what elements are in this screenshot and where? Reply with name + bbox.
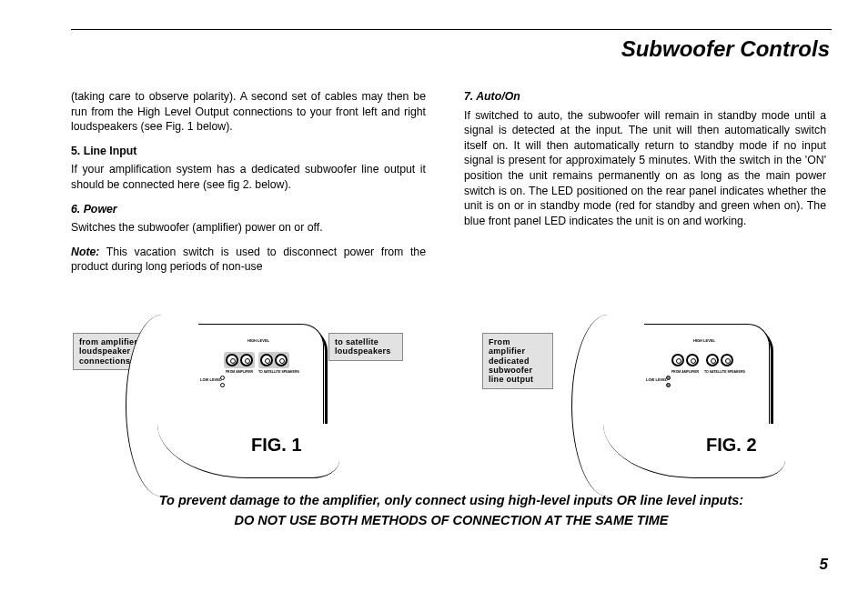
section-7-heading: 7. Auto/On (464, 89, 826, 105)
warning-block: To prevent damage to the amplifier, only… (71, 491, 832, 531)
warning-line-2: DO NOT USE BOTH METHODS OF CONNECTION AT… (71, 511, 832, 531)
section-6-body: Switches the subwoofer (amplifier) power… (71, 220, 426, 236)
fig1-from-amp-group: FROM AMPLIFIER (224, 352, 255, 368)
page-number: 5 (820, 556, 828, 574)
fig2-from-amp-group: FROM AMPLIFIER (670, 352, 701, 368)
fig2-from-amp-label: FROM AMPLIFIER (670, 370, 701, 374)
note-body: This vacation switch is used to disconne… (71, 246, 426, 274)
fig2-high-level-label: HIGH LEVEL (693, 338, 715, 343)
terminal-ring-icon (260, 354, 273, 366)
fig1-callout-right: to satellite loudspeakers (328, 333, 403, 361)
page-title: Subwoofer Controls (621, 36, 830, 62)
rca-jack-icon (666, 376, 671, 380)
fig1-curve (126, 315, 198, 497)
fig2-high-level-connectors: FROM AMPLIFIER TO SATELLITE SPEAKERS (670, 352, 735, 368)
figures-row: from amplifier loudspeaker connections t… (71, 324, 832, 469)
warning-line-1: To prevent damage to the amplifier, only… (71, 491, 832, 511)
rca-jack-icon (220, 376, 225, 380)
fig1-to-satellite-group: TO SATELLITE SPEAKERS (258, 352, 289, 368)
left-column: (taking care to observe polarity). A sec… (71, 89, 426, 284)
fig1-from-amp-label: FROM AMPLIFIER (224, 370, 255, 374)
fig2-to-satellite-group: TO SATELLITE SPEAKERS (704, 352, 735, 368)
figure-1: from amplifier loudspeaker connections t… (71, 324, 435, 460)
fig2-curve (571, 315, 644, 497)
section-5-body: If your amplification system has a dedic… (71, 162, 426, 192)
note-paragraph: Note: This vacation switch is used to di… (71, 245, 426, 275)
terminal-ring-icon (721, 354, 733, 366)
right-column: 7. Auto/On If switched to auto, the subw… (464, 89, 826, 237)
figure-2: From amplifier dedicated subwoofer line … (480, 324, 844, 460)
fig1-caption: FIG. 1 (251, 435, 302, 456)
intro-paragraph: (taking care to observe polarity). A sec… (71, 89, 426, 135)
terminal-ring-icon (226, 354, 238, 366)
fig1-high-level-label: HIGH LEVEL (247, 338, 269, 343)
fig1-high-level-connectors: FROM AMPLIFIER TO SATELLITE SPEAKERS (224, 352, 289, 368)
fig2-caption: FIG. 2 (706, 435, 757, 456)
fig2-to-satellite-label: TO SATELLITE SPEAKERS (704, 370, 735, 374)
terminal-ring-icon (671, 354, 684, 366)
fig2-low-level-label: LOW LEVEL (646, 377, 667, 382)
fig1-low-level-label: LOW LEVEL (200, 377, 221, 382)
terminal-ring-icon (275, 354, 288, 366)
terminal-ring-icon (240, 354, 253, 366)
terminal-ring-icon (686, 354, 699, 366)
terminal-ring-icon (706, 354, 719, 366)
top-rule (71, 29, 832, 30)
section-7-body: If switched to auto, the subwoofer will … (464, 108, 826, 229)
rca-jack-icon (666, 383, 671, 387)
rca-jack-icon (220, 383, 225, 387)
note-label: Note: (71, 246, 99, 258)
fig2-callout: From amplifier dedicated subwoofer line … (482, 333, 553, 389)
section-5-heading: 5. Line Input (71, 144, 426, 159)
fig1-to-satellite-label: TO SATELLITE SPEAKERS (258, 370, 289, 374)
section-6-heading: 6. Power (71, 202, 426, 217)
